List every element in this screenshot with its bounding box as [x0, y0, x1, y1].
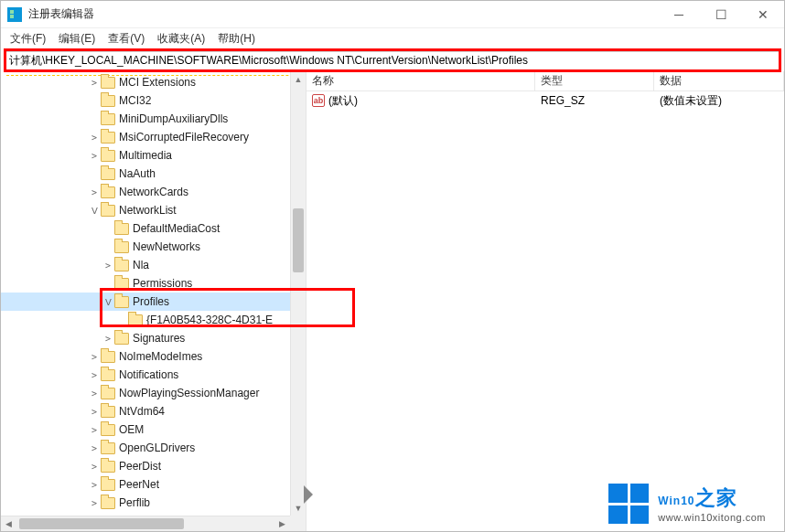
tree-item[interactable]: >Nla — [1, 256, 306, 274]
folder-icon — [114, 333, 129, 345]
menu-file[interactable]: 文件(F) — [10, 31, 46, 47]
tree-item[interactable]: >PeerDist — [1, 457, 306, 475]
maximize-button[interactable]: ☐ — [700, 1, 742, 28]
chevron-right-icon[interactable]: > — [88, 133, 101, 143]
tree-item[interactable]: >MsiCorruptedFileRecovery — [1, 128, 306, 146]
chevron-right-icon[interactable]: > — [88, 352, 101, 362]
chevron-right-icon[interactable]: > — [88, 388, 101, 399]
values-header: 名称 类型 数据 — [306, 71, 784, 91]
folder-icon — [114, 278, 129, 290]
column-type[interactable]: 类型 — [535, 71, 654, 90]
address-input[interactable] — [9, 55, 776, 68]
chevron-right-icon[interactable]: > — [102, 261, 114, 271]
tree-item-label: NtVdm64 — [119, 405, 170, 418]
minimize-button[interactable]: ─ — [658, 1, 700, 28]
folder-icon — [101, 388, 115, 399]
tree-item-label: NaAuth — [119, 167, 161, 180]
tree-item[interactable]: {F1A0B543-328C-4D31-E — [1, 311, 306, 329]
scroll-left-icon[interactable]: ◀ — [1, 516, 16, 531]
tree-item[interactable]: MiniDumpAuxiliaryDlls — [1, 110, 306, 128]
window-title: 注册表编辑器 — [28, 6, 658, 22]
tree-item-label: OEM — [119, 423, 149, 436]
chevron-right-icon[interactable]: > — [88, 480, 101, 490]
chevron-right-icon[interactable]: > — [88, 443, 101, 453]
folder-icon — [101, 479, 115, 491]
scroll-up-icon[interactable]: ▲ — [291, 71, 306, 87]
tree-item-label: MCI Extensions — [119, 76, 201, 89]
tree-item-label: Multimedia — [119, 149, 177, 162]
tree-item[interactable]: >OEM — [1, 420, 306, 439]
panel-splitter[interactable] — [306, 71, 311, 531]
values-panel: 名称 类型 数据 ab (默认) REG_SZ (数值未设置) — [306, 71, 784, 531]
scroll-thumb[interactable] — [19, 518, 184, 529]
app-icon — [7, 7, 22, 22]
folder-icon — [101, 132, 115, 144]
value-data: (数值未设置) — [654, 93, 784, 109]
chevron-right-icon[interactable]: > — [88, 78, 101, 88]
tree-item-label: MsiCorruptedFileRecovery — [119, 131, 254, 144]
chevron-right-icon[interactable]: > — [88, 407, 101, 417]
folder-icon — [101, 168, 115, 180]
chevron-right-icon[interactable]: > — [102, 334, 114, 344]
tree-horizontal-scrollbar[interactable]: ◀ ▶ — [1, 516, 290, 531]
tree-item-label: NewNetworks — [133, 240, 206, 253]
chevron-right-icon[interactable]: > — [88, 498, 101, 508]
value-row[interactable]: ab (默认) REG_SZ (数值未设置) — [306, 91, 784, 110]
column-name[interactable]: 名称 — [306, 71, 535, 90]
tree-item[interactable]: Permissions — [1, 274, 306, 293]
chevron-right-icon[interactable]: > — [88, 187, 101, 197]
tree-vertical-scrollbar[interactable]: ▲ ▼ — [290, 71, 306, 516]
tree-item[interactable]: >Multimedia — [1, 146, 306, 165]
folder-icon — [114, 223, 129, 235]
scroll-right-icon[interactable]: ▶ — [274, 516, 290, 531]
tree-item-label: PeerDist — [119, 460, 167, 473]
folder-icon — [114, 241, 129, 253]
tree-item-label: NetworkCards — [119, 186, 194, 198]
folder-icon — [101, 461, 115, 473]
tree-item[interactable]: ᐯNetworkList — [1, 201, 306, 219]
tree-item-label: Notifications — [119, 368, 184, 381]
menu-bar: 文件(F) 编辑(E) 查看(V) 收藏夹(A) 帮助(H) — [1, 28, 784, 48]
chevron-right-icon[interactable]: > — [88, 462, 101, 472]
tree-item[interactable]: >NoImeModeImes — [1, 347, 306, 366]
tree-item-label: NetworkList — [119, 204, 182, 217]
scroll-corner — [290, 516, 306, 531]
tree-item[interactable]: NewNetworks — [1, 238, 306, 256]
chevron-right-icon[interactable]: > — [88, 151, 101, 161]
menu-edit[interactable]: 编辑(E) — [59, 31, 95, 47]
tree-item[interactable]: >PeerNet — [1, 475, 306, 494]
chevron-down-icon[interactable]: ᐯ — [102, 297, 114, 307]
tree-item[interactable]: >OpenGLDrivers — [1, 439, 306, 457]
tree-item[interactable]: NaAuth — [1, 165, 306, 183]
tree-item[interactable]: >Signatures — [1, 329, 306, 347]
tree-item[interactable]: DefaultMediaCost — [1, 219, 306, 238]
tree-item[interactable]: >Perflib — [1, 494, 306, 512]
menu-help[interactable]: 帮助(H) — [218, 31, 255, 47]
tree-item-label: Profiles — [133, 295, 175, 308]
folder-icon — [101, 497, 115, 509]
menu-view[interactable]: 查看(V) — [108, 31, 145, 47]
scroll-thumb[interactable] — [293, 208, 304, 272]
folder-icon — [101, 424, 115, 436]
tree-item[interactable]: >Notifications — [1, 366, 306, 384]
tree-item[interactable]: >NowPlayingSessionManager — [1, 384, 306, 402]
tree-item[interactable]: >NtVdm64 — [1, 402, 306, 420]
workspace: >MCI ExtensionsMCI32MiniDumpAuxiliaryDll… — [1, 71, 784, 531]
tree-item[interactable]: ᐯProfiles — [1, 293, 306, 311]
tree-item[interactable]: >NetworkCards — [1, 183, 306, 201]
close-button[interactable]: ✕ — [742, 1, 784, 28]
tree-item[interactable]: MCI32 — [1, 91, 306, 110]
tree-item[interactable]: >MCI Extensions — [1, 73, 306, 91]
registry-tree[interactable]: >MCI ExtensionsMCI32MiniDumpAuxiliaryDll… — [1, 71, 306, 512]
menu-favorites[interactable]: 收藏夹(A) — [157, 31, 205, 47]
chevron-down-icon[interactable]: ᐯ — [88, 206, 101, 216]
column-data[interactable]: 数据 — [654, 71, 784, 90]
tree-panel: >MCI ExtensionsMCI32MiniDumpAuxiliaryDll… — [1, 71, 306, 531]
chevron-right-icon[interactable]: > — [88, 370, 101, 380]
folder-icon — [101, 406, 115, 418]
address-bar — [5, 51, 780, 70]
tree-item-label: Permissions — [133, 277, 198, 290]
string-value-icon: ab — [312, 94, 325, 107]
tree-item-label: NoImeModeImes — [119, 350, 208, 363]
chevron-right-icon[interactable]: > — [88, 425, 101, 435]
